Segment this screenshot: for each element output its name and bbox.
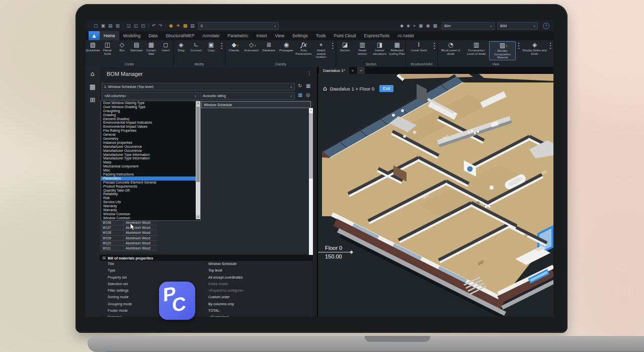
qat-icon[interactable]: ◰ <box>141 23 145 28</box>
scroll-down-icon[interactable]: ∨ <box>196 215 200 219</box>
dropdown-item[interactable]: Window Common <box>101 212 200 216</box>
dropdown-item[interactable]: Door Window Shading Type <box>101 105 200 109</box>
help-icon[interactable]: ? <box>543 23 549 29</box>
tab-tools[interactable]: Tools <box>312 31 330 40</box>
ribbon-item[interactable]: ▪ ▪ ▪ <box>547 41 553 50</box>
dropdown-item[interactable]: Parameters <box>101 177 200 181</box>
property-row[interactable]: Property setAll except coordinates <box>100 275 313 281</box>
dropdown-item[interactable]: Geometry <box>101 137 200 141</box>
ribbon-item[interactable]: ◇⚡Automatch <box>243 41 260 53</box>
dropdown-item[interactable]: Mass <box>101 160 200 164</box>
property-value[interactable]: Window Schedule <box>208 261 313 267</box>
search-icon[interactable]: ◎ <box>306 92 310 98</box>
scroll-up-icon[interactable]: ∧ <box>196 101 200 106</box>
home-icon[interactable]: ⌂ <box>323 85 327 92</box>
ribbon-item[interactable]: ▧Quickdraw <box>86 41 100 53</box>
ribbon-item[interactable]: ▣Copy <box>204 41 219 53</box>
property-row[interactable]: Footer modeTOTAL: <box>100 308 313 314</box>
properties-header[interactable]: ⊟ Bill of materials properties <box>100 255 313 261</box>
tab-structural-mep[interactable]: Structural/MEP <box>162 31 198 40</box>
table-row[interactable]: W110Aluminium Wood <box>101 241 157 246</box>
tab-home[interactable]: Home <box>100 31 119 40</box>
qat-icon[interactable]: ◉ <box>169 23 173 28</box>
filter-select[interactable]: Acoustic rating ∨ <box>200 92 295 100</box>
dropdown-item[interactable]: Service Life <box>101 200 200 204</box>
dropdown-item[interactable]: Manufacturer Type Information <box>101 156 200 160</box>
ribbon-item[interactable]: ≣Database <box>260 41 278 53</box>
dropdown-item[interactable]: Risk <box>101 196 200 200</box>
table-settings-icon[interactable]: ▦ <box>306 83 310 89</box>
qat-icon[interactable]: ▦ <box>433 23 437 28</box>
qat-icon[interactable]: | <box>148 23 149 28</box>
dropdown-scrollbar[interactable]: ∧ ∨ <box>196 101 200 219</box>
tab-parametric[interactable]: Parametric <box>223 31 252 40</box>
ribbon-item[interactable]: ◆⚡Classify <box>225 41 243 53</box>
property-row[interactable]: Grouping modeBy columns only <box>100 301 313 308</box>
tab-annotate[interactable]: Annotate <box>198 31 223 40</box>
dropdown-item[interactable]: Misc <box>101 168 200 172</box>
qat-icon[interactable]: ◱ <box>134 23 138 28</box>
dropdown-item[interactable]: Window Common <box>101 216 200 220</box>
app-logo-button[interactable]: ▲ <box>89 31 100 40</box>
exit-button[interactable]: Exit <box>379 85 393 92</box>
tab-expresstools[interactable]: ExpressTools <box>360 31 394 40</box>
dropdown-item[interactable]: Draughting <box>101 109 200 113</box>
toolbar-grip-icon[interactable]: ⋮ <box>87 23 91 28</box>
layer-field[interactable]: 0∨ <box>198 22 279 30</box>
table-row[interactable]: W106Aluminium Wood <box>101 220 157 225</box>
property-row[interactable]: TitleWindow Schedule <box>100 261 313 268</box>
dropdown-item[interactable]: Fire Rating Properties <box>101 129 200 133</box>
dropdown-item[interactable]: Door Window Glazing Type <box>101 101 200 105</box>
ribbon-item[interactable]: ◉Propagate <box>278 41 295 53</box>
property-row[interactable]: TypeTop level <box>100 268 313 274</box>
dropdown-item[interactable]: Mechanical component <box>101 164 200 168</box>
sidebar-icon[interactable]: ⊞ <box>86 93 100 106</box>
qat-icon[interactable]: | <box>122 23 124 28</box>
ribbon-item[interactable]: ⌖Attach spatial location <box>312 41 330 59</box>
qat-icon[interactable]: ◉ <box>426 23 430 28</box>
ribbon-item[interactable]: ƒxAuto Parametrize <box>295 41 312 56</box>
ribbon-item[interactable]: ▨⚡Render Composition Material <box>489 41 516 60</box>
ribbon-item[interactable]: ◇Box <box>115 41 129 53</box>
ribbon-item[interactable]: ◔Block Level of detail <box>438 41 463 56</box>
property-value[interactable]: By columns only <box>208 301 313 307</box>
dropdown-item[interactable]: Drawing <box>101 113 200 117</box>
collapse-icon[interactable]: ⊟ <box>103 256 106 260</box>
ribbon-item[interactable]: ▤Staircase <box>129 41 144 53</box>
table-color-icon[interactable]: ▦ <box>298 92 302 98</box>
table-row[interactable]: W108Aluminium Wood <box>101 230 157 235</box>
ribbon-item[interactable]: ▦Curtain Wall <box>144 41 158 56</box>
ribbon-item[interactable]: ⅠLinear Solid <box>406 41 431 53</box>
close-icon[interactable]: × <box>349 67 357 74</box>
dropdown-item[interactable]: Product Requirements <box>101 185 200 189</box>
dropdown-scrollbar-thumb[interactable] <box>196 107 200 182</box>
property-value[interactable]: TOTAL: <box>208 308 313 314</box>
dropdown-item[interactable]: Reliability <box>101 192 200 196</box>
qat-icon[interactable]: ▤ <box>190 23 195 28</box>
tab-insert[interactable]: Insert <box>252 31 271 40</box>
qat-icon[interactable]: ▣ <box>419 23 423 28</box>
qat-icon[interactable]: ▢ <box>94 23 98 28</box>
tab-data[interactable]: Data <box>144 31 162 40</box>
building-model[interactable] <box>318 74 553 317</box>
ribbon-item[interactable]: ◈Drag <box>174 41 189 53</box>
table-row[interactable]: W107Aluminium Wood <box>101 225 157 230</box>
table-row[interactable]: W109Aluminium Wood <box>101 236 157 241</box>
sidebar-icon[interactable]: ▦ <box>86 80 100 93</box>
dropdown-item[interactable]: Manufacturer Occurrence <box>101 145 200 149</box>
qat-icon[interactable]: | <box>165 23 167 28</box>
property-value[interactable]: All except coordinates <box>208 275 313 281</box>
ribbon-item[interactable]: ◪Section <box>336 41 353 53</box>
grid-scrollbar-thumb[interactable] <box>309 113 313 179</box>
refresh-icon[interactable]: ↻ <box>298 83 302 89</box>
tab-point-cloud[interactable]: Point Cloud <box>330 31 360 40</box>
qat-icon[interactable]: ▩ <box>183 23 188 28</box>
property-row[interactable]: Selection setEntire model <box>100 281 313 288</box>
property-value[interactable]: Custom order <box>208 294 313 300</box>
qat-icon[interactable]: ↶ <box>152 23 156 28</box>
qat-icon[interactable]: ◆ <box>400 23 404 28</box>
ribbon-item[interactable]: ◫Planar Solid <box>100 41 115 56</box>
tab-view[interactable]: View <box>271 31 288 40</box>
ribbon-item[interactable]: ▪ ▪ ▪ <box>516 41 522 50</box>
qat-icon[interactable]: ▤ <box>108 23 113 28</box>
